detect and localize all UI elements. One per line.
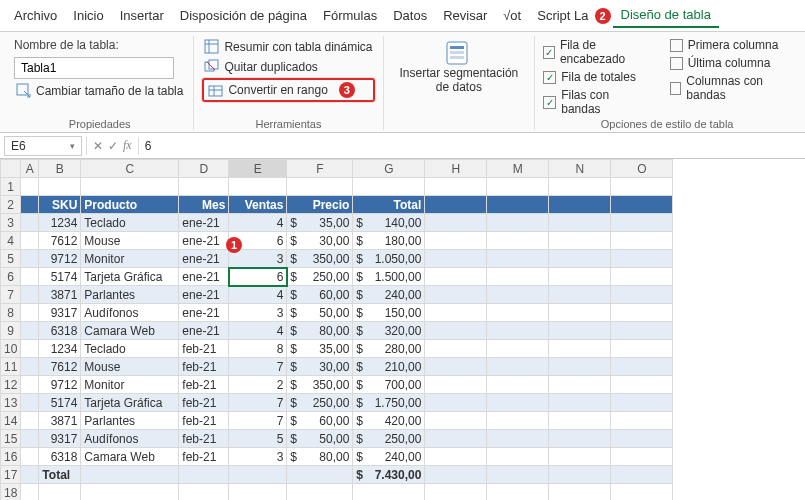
menu-revisar[interactable]: Revisar <box>435 4 495 27</box>
cell[interactable] <box>611 322 673 340</box>
cell[interactable] <box>21 286 39 304</box>
col-E[interactable]: E <box>229 160 287 178</box>
select-all[interactable] <box>1 160 21 178</box>
cell[interactable] <box>425 286 487 304</box>
row-header[interactable]: 6 <box>1 268 21 286</box>
cell[interactable] <box>611 412 673 430</box>
menu-script[interactable]: Script La <box>529 4 596 27</box>
hdr-ventas[interactable]: Ventas <box>229 196 287 214</box>
grid[interactable]: A B C D E F G H M N O 1 2 SKU Producto M… <box>0 159 673 500</box>
cell[interactable] <box>425 412 487 430</box>
menu-formulas[interactable]: Fórmulas <box>315 4 385 27</box>
cell[interactable] <box>487 178 549 196</box>
cell-producto[interactable]: Mouse <box>81 232 179 250</box>
col-C[interactable]: C <box>81 160 179 178</box>
cell-ventas[interactable]: 3 <box>229 304 287 322</box>
row-header[interactable]: 8 <box>1 304 21 322</box>
cell-precio[interactable]: $80,00 <box>287 448 353 466</box>
cell[interactable] <box>425 466 487 484</box>
cell[interactable] <box>549 196 611 214</box>
cell[interactable] <box>81 484 179 501</box>
cell[interactable] <box>425 178 487 196</box>
cell[interactable] <box>425 448 487 466</box>
cell-mes[interactable]: feb-21 <box>179 340 229 358</box>
col-O[interactable]: O <box>611 160 673 178</box>
cell-precio[interactable]: $80,00 <box>287 322 353 340</box>
menu-insertar[interactable]: Insertar <box>112 4 172 27</box>
cell[interactable] <box>487 340 549 358</box>
cell[interactable] <box>39 178 81 196</box>
cell[interactable] <box>81 178 179 196</box>
cell-ventas[interactable]: 6 <box>229 268 287 286</box>
cell[interactable] <box>21 178 39 196</box>
hdr-mes[interactable]: Mes <box>179 196 229 214</box>
cell[interactable] <box>179 484 229 501</box>
name-box-dropdown-icon[interactable]: ▾ <box>70 141 75 151</box>
row-header[interactable]: 17 <box>1 466 21 484</box>
cell[interactable] <box>487 358 549 376</box>
cell-mes[interactable]: feb-21 <box>179 412 229 430</box>
menu-datos[interactable]: Datos <box>385 4 435 27</box>
cell-mes[interactable]: ene-21 <box>179 214 229 232</box>
cell-total[interactable]: $240,00 <box>353 286 425 304</box>
hdr-precio[interactable]: Precio <box>287 196 353 214</box>
menu-disposicion[interactable]: Disposición de página <box>172 4 315 27</box>
cancel-icon[interactable]: ✕ <box>93 139 103 153</box>
chk-first-column[interactable]: Primera columna <box>670 38 791 52</box>
cell[interactable] <box>353 178 425 196</box>
cell[interactable] <box>21 448 39 466</box>
cell[interactable] <box>611 196 673 214</box>
cell-total[interactable]: $150,00 <box>353 304 425 322</box>
cell-producto[interactable]: Camara Web <box>81 448 179 466</box>
cell[interactable] <box>487 250 549 268</box>
cell-mes[interactable]: feb-21 <box>179 394 229 412</box>
cell-producto[interactable]: Monitor <box>81 250 179 268</box>
col-M[interactable]: M <box>487 160 549 178</box>
cell[interactable] <box>487 304 549 322</box>
cell-ventas[interactable]: 7 <box>229 358 287 376</box>
remove-duplicates-button[interactable]: Quitar duplicados <box>202 58 374 75</box>
cell[interactable] <box>611 250 673 268</box>
cell-total[interactable]: $1.050,00 <box>353 250 425 268</box>
cell[interactable] <box>611 448 673 466</box>
formula-input[interactable]: 6 <box>139 139 158 153</box>
row-header[interactable]: 13 <box>1 394 21 412</box>
col-B[interactable]: B <box>39 160 81 178</box>
cell[interactable] <box>487 286 549 304</box>
cell[interactable] <box>611 214 673 232</box>
row-header[interactable]: 11 <box>1 358 21 376</box>
cell[interactable] <box>549 358 611 376</box>
row-header[interactable]: 5 <box>1 250 21 268</box>
cell-producto[interactable]: Mouse <box>81 358 179 376</box>
cell[interactable] <box>487 448 549 466</box>
chk-total-row[interactable]: Fila de totales <box>543 70 651 84</box>
cell[interactable] <box>21 394 39 412</box>
row-header[interactable]: 14 <box>1 412 21 430</box>
cell-total[interactable]: $700,00 <box>353 376 425 394</box>
cell[interactable] <box>611 466 673 484</box>
row-header[interactable]: 7 <box>1 286 21 304</box>
cell[interactable] <box>21 196 39 214</box>
cell[interactable] <box>487 484 549 501</box>
row-header[interactable]: 18 <box>1 484 21 501</box>
cell[interactable] <box>487 394 549 412</box>
cell[interactable] <box>21 466 39 484</box>
cell-total[interactable]: $180,00 <box>353 232 425 250</box>
cell[interactable] <box>549 250 611 268</box>
cell-ventas[interactable]: 4 <box>229 286 287 304</box>
cell-sku[interactable]: 1234 <box>39 214 81 232</box>
convert-to-range-button[interactable]: Convertir en rango 3 <box>202 78 374 102</box>
cell-ventas[interactable]: 2 <box>229 376 287 394</box>
cell-total[interactable]: $420,00 <box>353 412 425 430</box>
cell-producto[interactable]: Audífonos <box>81 430 179 448</box>
row-header[interactable]: 15 <box>1 430 21 448</box>
cell[interactable] <box>549 448 611 466</box>
cell-sku[interactable]: 9712 <box>39 250 81 268</box>
cell[interactable] <box>21 268 39 286</box>
cell[interactable] <box>611 484 673 501</box>
cell[interactable] <box>229 466 287 484</box>
cell-producto[interactable]: Monitor <box>81 376 179 394</box>
cell-mes[interactable]: ene-21 <box>179 232 229 250</box>
cell[interactable] <box>425 484 487 501</box>
cell[interactable] <box>425 430 487 448</box>
